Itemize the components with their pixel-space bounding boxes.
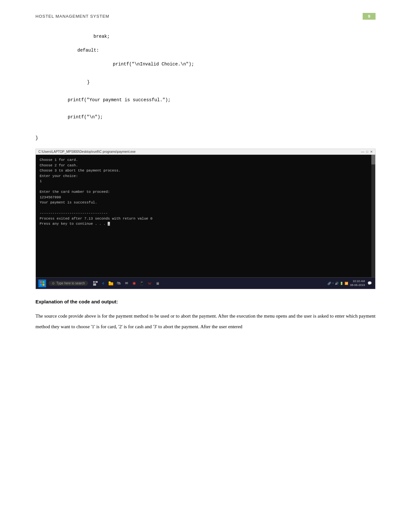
taskbar-right: 🔗 ^ 🔊 🔋 📶 10:10 AM 08-06-2019 💬	[328, 280, 373, 287]
notifications-icon[interactable]: 💬	[367, 281, 373, 286]
clock: 10:10 AM 08-06-2019	[350, 280, 365, 287]
scrollbar-thumb	[371, 155, 375, 164]
code-text: }	[35, 135, 38, 141]
close-button[interactable]: ✕	[370, 150, 373, 153]
edge-icon[interactable]: e	[100, 281, 106, 286]
svg-rect-9	[109, 281, 111, 283]
taskview-icon[interactable]	[93, 281, 98, 286]
maximize-button[interactable]: □	[366, 150, 368, 153]
code-line-break: break;	[93, 33, 376, 41]
phone-icon[interactable]: 📱	[139, 281, 145, 286]
document-title: HOSTEL MANAGEMENT SYSTEM	[35, 14, 109, 19]
code-text: printf("\n");	[68, 114, 103, 120]
code-line-close-brace: }	[87, 78, 376, 86]
svg-rect-3	[43, 284, 44, 286]
store-icon[interactable]: 🛍	[116, 281, 122, 286]
code-line-printf-payment: printf("Your payment is successful.");	[68, 96, 376, 104]
svg-rect-6	[93, 283, 96, 286]
terminal-titlebar: C:\Users\LAPTOP_MPS800\Desktop\runfi\C p…	[36, 149, 375, 155]
windows-icon	[40, 281, 44, 286]
code-text: break;	[93, 34, 110, 39]
code-text: printf("Your payment is successful.");	[68, 97, 171, 103]
minimize-button[interactable]: —	[361, 150, 364, 153]
terminal-path: C:\Users\LAPTOP_MPS800\Desktop\runfi\C p…	[38, 150, 136, 153]
date-display: 08-06-2019	[350, 283, 365, 287]
taskbar: ⊙ Type here to search e	[36, 277, 375, 289]
taskbar-search-box[interactable]: ⊙ Type here to search	[49, 281, 88, 286]
expand-tray-icon[interactable]: ^	[332, 282, 334, 285]
terminal-window: C:\Users\LAPTOP_MPS800\Desktop\runfi\C p…	[35, 149, 376, 289]
terminal-output: Choose 1 for card. Choose 2 for cash. Ch…	[40, 157, 371, 227]
page-container: HOSTEL MANAGEMENT SYSTEM 9 break; defaul…	[0, 0, 411, 532]
svg-rect-4	[93, 281, 95, 283]
volume-icon[interactable]: 🔊	[335, 282, 338, 285]
explanation-heading: Explanation of the code and output:	[35, 299, 376, 304]
start-button[interactable]	[38, 280, 46, 287]
explanation-paragraph: The source code provide above is for the…	[35, 311, 376, 332]
office-icon[interactable]: W	[147, 281, 152, 286]
code-line-printf-newline: printf("\n");	[68, 113, 376, 121]
page-number: 9	[363, 13, 376, 20]
mail-icon[interactable]: ✉	[123, 281, 129, 286]
svg-rect-2	[40, 284, 42, 286]
svg-rect-1	[43, 281, 44, 283]
taskbar-icon-group: e 🛍 ✉ ◉ 📱 W 🖥	[93, 281, 160, 286]
explorer-icon[interactable]	[108, 281, 114, 286]
svg-rect-8	[109, 283, 113, 285]
network-icon: 🔗	[328, 282, 331, 285]
monitor-icon[interactable]: 🖥	[154, 281, 160, 286]
explanation-section: Explanation of the code and output: The …	[35, 299, 376, 332]
page-header: HOSTEL MANAGEMENT SYSTEM 9	[35, 13, 376, 20]
code-text: default:	[77, 48, 99, 53]
terminal-controls: — □ ✕	[361, 150, 373, 153]
terminal-body: Choose 1 for card. Choose 2 for cash. Ch…	[36, 155, 375, 277]
code-line-printf-invalid: printf("\nInvalid Choice.\n");	[113, 60, 376, 68]
code-text: }	[87, 80, 90, 85]
battery-icon: 🔋	[340, 282, 343, 285]
svg-rect-0	[40, 281, 42, 283]
svg-rect-5	[95, 281, 98, 283]
code-line-default: default:	[77, 46, 376, 54]
wifi-icon: 📶	[345, 282, 348, 285]
scrollbar[interactable]	[371, 155, 375, 277]
code-text: printf("\nInvalid Choice.\n");	[113, 62, 194, 67]
search-circle-icon: ⊙	[52, 281, 54, 285]
systray: 🔗 ^ 🔊 🔋 📶	[328, 282, 348, 285]
code-line-end-brace: }	[35, 134, 376, 142]
code-section: break; default: printf("\nInvalid Choice…	[35, 33, 376, 142]
search-placeholder-text: Type here to search	[56, 281, 85, 285]
chrome-icon[interactable]: ◉	[131, 281, 137, 286]
time-display: 10:10 AM	[350, 280, 365, 283]
